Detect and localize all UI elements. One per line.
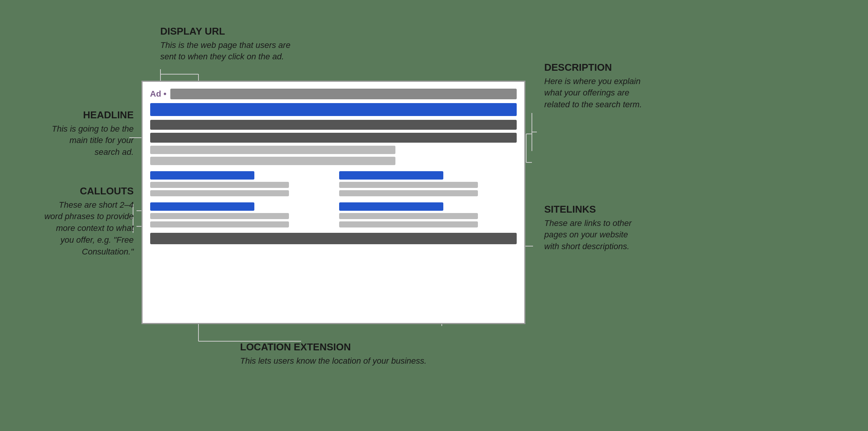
location-extension-bar bbox=[150, 233, 517, 244]
sitelink-2-title bbox=[339, 171, 443, 180]
callouts-annotation: CALLOUTS These are short 2–4 word phrase… bbox=[43, 185, 134, 258]
sitelink-1-title bbox=[150, 171, 254, 180]
sitelinks-body: These are links to other pages on your w… bbox=[544, 218, 643, 253]
sitelink-3-desc-1 bbox=[150, 213, 289, 219]
sitelink-3-title bbox=[150, 202, 254, 211]
headline-title: HEADLINE bbox=[43, 109, 134, 121]
location-body: This lets users know the location of you… bbox=[240, 355, 453, 367]
callout-bar-1 bbox=[150, 146, 396, 154]
location-annotation: LOCATION EXTENSION This lets users know … bbox=[240, 341, 453, 367]
sitelink-item-4 bbox=[339, 202, 513, 227]
ad-label: Ad • bbox=[150, 89, 167, 99]
sitelink-1-desc-1 bbox=[150, 182, 289, 188]
description-annotation: DESCRIPTION Here is where you explain wh… bbox=[544, 62, 643, 111]
sitelink-1-desc-2 bbox=[150, 190, 289, 196]
callouts-body: These are short 2–4 word phrases to prov… bbox=[43, 199, 134, 258]
description-bar-1 bbox=[150, 120, 517, 130]
ad-inner: Ad • bbox=[143, 82, 524, 251]
sitelink-item-2 bbox=[339, 171, 513, 196]
sitelink-2-desc-1 bbox=[339, 182, 478, 188]
description-bar-2 bbox=[150, 133, 517, 143]
ad-mockup-box: Ad • bbox=[141, 81, 525, 324]
display-url-title: DISPLAY URL bbox=[160, 25, 301, 37]
display-url-annotation: DISPLAY URL This is the web page that us… bbox=[160, 25, 301, 63]
sitelink-2-desc-2 bbox=[339, 190, 478, 196]
headline-annotation: HEADLINE This is going to be the main ti… bbox=[43, 109, 134, 158]
display-url-bar bbox=[170, 89, 517, 99]
description-title: DESCRIPTION bbox=[544, 62, 643, 73]
sitelink-item-1 bbox=[150, 171, 324, 196]
headline-body: This is going to be the main title for y… bbox=[43, 123, 134, 158]
ad-top-row: Ad • bbox=[150, 89, 517, 99]
location-title: LOCATION EXTENSION bbox=[240, 341, 453, 353]
diagram-container: Ad • bbox=[35, 22, 833, 410]
sitelink-4-desc-2 bbox=[339, 221, 478, 227]
sitelinks-title: SITELINKS bbox=[544, 204, 643, 215]
headline-bar bbox=[150, 103, 517, 116]
callouts-title: CALLOUTS bbox=[43, 185, 134, 197]
sitelinks-section bbox=[150, 171, 517, 227]
sitelink-3-desc-2 bbox=[150, 221, 289, 227]
description-body: Here is where you explain what your offe… bbox=[544, 76, 643, 111]
callout-section bbox=[150, 146, 517, 165]
sitelinks-annotation: SITELINKS These are links to other pages… bbox=[544, 204, 643, 253]
sitelink-item-3 bbox=[150, 202, 324, 227]
sitelink-4-desc-1 bbox=[339, 213, 478, 219]
callout-bar-2 bbox=[150, 157, 396, 165]
display-url-body: This is the web page that users are sent… bbox=[160, 40, 301, 63]
sitelink-4-title bbox=[339, 202, 443, 211]
